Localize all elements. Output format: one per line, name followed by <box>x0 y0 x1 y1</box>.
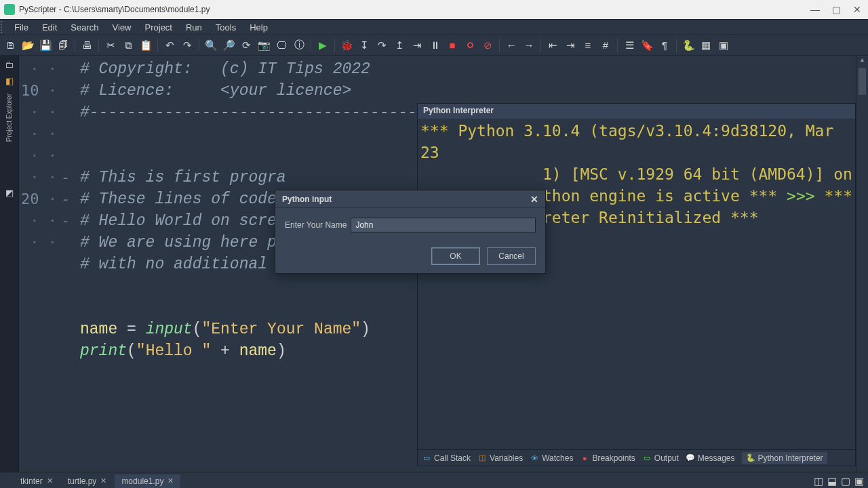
maximize-button[interactable]: ▢ <box>832 4 841 15</box>
step-out-icon[interactable]: ↥ <box>392 38 407 53</box>
files-icon[interactable]: 🗀 <box>3 58 16 70</box>
cut-icon[interactable]: ✂ <box>103 38 118 53</box>
interpreter-output[interactable]: *** Python 3.10.4 (tags/v3.10.4:9d38120,… <box>418 119 855 449</box>
menu-file[interactable]: File <box>7 21 35 34</box>
file-tab-module1[interactable]: module1.py✕ <box>115 474 180 488</box>
fold-column: --- <box>61 58 75 362</box>
dialog-title: Python input <box>282 195 332 204</box>
new-file-icon[interactable]: 🗎 <box>3 38 18 53</box>
comment-icon[interactable]: ≡ <box>580 38 595 53</box>
window-titlebar: PyScripter - C:\Users\smarty\Documents\m… <box>0 0 868 19</box>
close-icon[interactable]: ✕ <box>167 476 174 485</box>
monitor-icon[interactable]: 🖵 <box>274 38 289 53</box>
cancel-button[interactable]: Cancel <box>487 247 536 265</box>
close-icon[interactable]: ✕ <box>47 476 53 485</box>
undo-icon[interactable]: ↶ <box>162 38 177 53</box>
left-sidebar: 🗀 ◧ Project Explorer ◩ <box>0 56 19 472</box>
indent-icon[interactable]: ⇥ <box>563 38 578 53</box>
structure-icon[interactable]: ◩ <box>3 186 16 199</box>
menu-handle <box>1 21 3 33</box>
print-icon[interactable]: 🖶 <box>79 38 94 53</box>
stop-icon[interactable]: ■ <box>445 38 460 53</box>
run-icon[interactable]: ▶ <box>315 38 330 53</box>
menu-edit[interactable]: Edit <box>35 21 64 34</box>
paste-icon[interactable]: 📋 <box>138 38 153 53</box>
menu-tools[interactable]: Tools <box>209 21 243 34</box>
interpreter-panel: Python Interpreter *** Python 3.10.4 (ta… <box>417 103 856 466</box>
window-title: PyScripter - C:\Users\smarty\Documents\m… <box>19 5 810 14</box>
pause-icon[interactable]: ⏸ <box>427 38 442 53</box>
zoom-icon[interactable]: 🔍 <box>203 38 218 53</box>
python-input-dialog: Python input ✕ Enter Your Name OK Cancel <box>275 190 546 274</box>
menu-view[interactable]: View <box>106 21 138 34</box>
dialog-input[interactable] <box>351 218 536 232</box>
step-over-icon[interactable]: ↷ <box>374 38 389 53</box>
dialog-prompt-label: Enter Your Name <box>285 220 347 230</box>
save-all-icon[interactable]: 🗐 <box>56 38 71 53</box>
redo-icon[interactable]: ↷ <box>180 38 195 53</box>
layout-icon[interactable]: ▦ <box>698 38 713 53</box>
camera-icon[interactable]: 📷 <box>256 38 271 53</box>
project-explorer-label[interactable]: Project Explorer <box>5 94 13 142</box>
run-to-cursor-icon[interactable]: ⇥ <box>410 38 425 53</box>
menu-help[interactable]: Help <box>243 21 275 34</box>
split-h-icon[interactable]: ⬓ <box>827 475 837 487</box>
menu-search[interactable]: Search <box>64 21 105 34</box>
close-button[interactable]: ✕ <box>853 4 861 15</box>
menu-project[interactable]: Project <box>138 21 179 34</box>
pilcrow-icon[interactable]: ¶ <box>657 38 672 53</box>
list-icon[interactable]: ☰ <box>622 38 637 53</box>
file-tab-turtle[interactable]: turtle.py✕ <box>61 474 114 488</box>
nav-back-icon[interactable]: ← <box>504 38 519 53</box>
tab-watches[interactable]: 👁Watches <box>530 453 573 463</box>
toolbar: 🗎 📂 💾 🗐 🖶 ✂ ⧉ 📋 ↶ ↷ 🔍 🔎 ⟳ 📷 🖵 ⓘ ▶ 🐞 ↧ ↷ … <box>0 35 868 56</box>
tab-variables[interactable]: ◫Variables <box>477 453 523 463</box>
record-icon[interactable]: ⭘ <box>462 38 477 53</box>
debug-icon[interactable]: 🐞 <box>339 38 354 53</box>
nav-fwd-icon[interactable]: → <box>521 38 536 53</box>
info-icon[interactable]: ⓘ <box>292 38 307 53</box>
window-icon[interactable]: ▢ <box>841 475 850 487</box>
refresh-icon[interactable]: ⟳ <box>239 38 254 53</box>
interpreter-tabs: ▭Call Stack ◫Variables 👁Watches ●Breakpo… <box>418 449 855 466</box>
project-icon[interactable]: ◧ <box>3 75 16 87</box>
outdent-icon[interactable]: ⇤ <box>545 38 560 53</box>
minimize-button[interactable]: — <box>810 4 820 15</box>
split-icon[interactable]: ◫ <box>814 475 823 487</box>
abort-icon[interactable]: ⊘ <box>480 38 495 53</box>
step-into-icon[interactable]: ↧ <box>357 38 372 53</box>
dialog-titlebar[interactable]: Python input ✕ <box>275 190 545 208</box>
bookmark-icon[interactable]: 🔖 <box>639 38 654 53</box>
find-icon[interactable]: 🔎 <box>221 38 236 53</box>
maximize-pane-icon[interactable]: ▣ <box>854 475 864 487</box>
vertical-scrollbar[interactable]: ▴ <box>856 56 868 472</box>
tab-messages[interactable]: 💬Messages <box>686 453 735 463</box>
file-tab-tkinter[interactable]: tkinter✕ <box>14 474 60 488</box>
python-icon[interactable]: 🐍 <box>681 38 696 53</box>
tab-output[interactable]: ▭Output <box>642 453 679 463</box>
tab-breakpoints[interactable]: ●Breakpoints <box>580 453 635 463</box>
ok-button[interactable]: OK <box>431 247 480 265</box>
dialog-close-icon[interactable]: ✕ <box>530 194 538 205</box>
app-icon <box>4 4 15 15</box>
file-tab-bar: tkinter✕ turtle.py✕ module1.py✕ ◫ ⬓ ▢ ▣ <box>0 472 868 488</box>
menu-bar: File Edit Search View Project Run Tools … <box>0 19 868 35</box>
gutter: · · 10 · · · · · · · · · 20 · · · · · <box>19 56 60 472</box>
save-icon[interactable]: 💾 <box>38 38 53 53</box>
tab-python-interpreter[interactable]: 🐍Python Interpreter <box>742 452 827 464</box>
close-icon[interactable]: ✕ <box>100 476 106 485</box>
uncomment-icon[interactable]: # <box>598 38 613 53</box>
interpreter-title: Python Interpreter <box>418 104 855 119</box>
layout2-icon[interactable]: ▣ <box>716 38 731 53</box>
menu-run[interactable]: Run <box>179 21 209 34</box>
copy-icon[interactable]: ⧉ <box>121 38 136 53</box>
tab-callstack[interactable]: ▭Call Stack <box>422 453 471 463</box>
open-file-icon[interactable]: 📂 <box>20 38 35 53</box>
